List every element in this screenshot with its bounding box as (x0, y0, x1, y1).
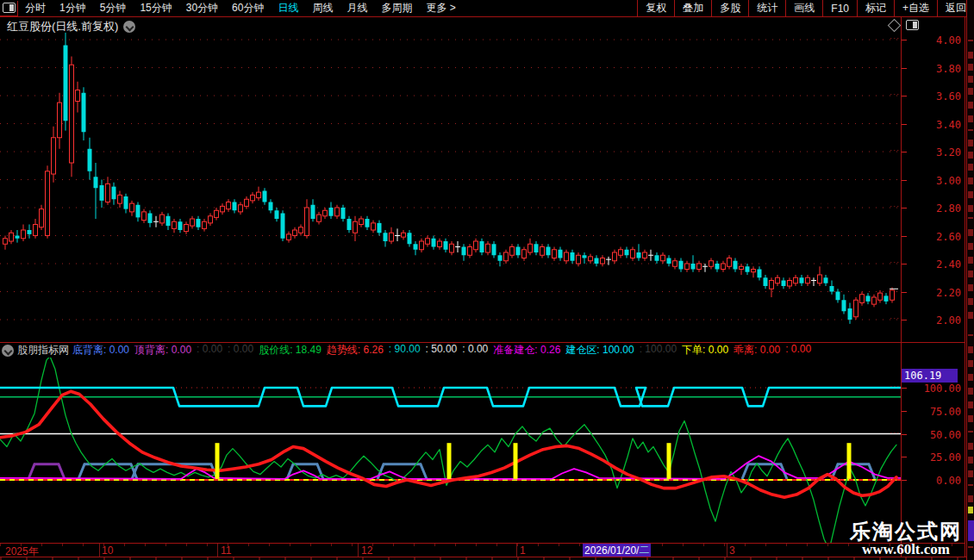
toolbar-button-标记[interactable]: 标记 (857, 0, 894, 16)
clipped-glyph (968, 177, 973, 184)
period-tab-5分钟[interactable]: 5分钟 (93, 1, 134, 16)
period-tab-分时[interactable]: 分时 (18, 1, 53, 16)
price-axis-label: 3.20 (936, 146, 961, 159)
indicator-axis-label: 25.00 (930, 451, 961, 464)
axis-tick (902, 208, 907, 208)
clipped-glyph (968, 443, 973, 450)
toolbar-button-统计[interactable]: 统计 (748, 0, 785, 16)
axis-dots: ··· (890, 146, 900, 154)
clipped-glyph (968, 346, 973, 353)
clipped-glyph (968, 152, 973, 159)
period-tabs: 分时1分钟5分钟15分钟30分钟60分钟日线周线月线多周期更多 > (18, 0, 463, 16)
indicator-field: : 0.00 (785, 344, 811, 357)
axis-tick (902, 152, 907, 152)
chart-title-row: 红豆股份(日线.前复权) (7, 19, 135, 34)
axis-dots: ··· (890, 34, 900, 42)
price-axis-label: 2.00 (936, 314, 961, 327)
period-tab-更多 >[interactable]: 更多 > (419, 1, 462, 16)
period-tab-15分钟[interactable]: 15分钟 (133, 1, 178, 16)
clipped-glyph (968, 312, 973, 319)
toolbar-button-+自选[interactable]: +自选 (894, 0, 937, 16)
indicator-field: 准备建仓: 0.26 (493, 344, 560, 357)
indicator-field: 乖离: 0.00 (734, 344, 780, 357)
indicator-collapse-icon[interactable] (2, 345, 14, 357)
toolbar-button-叠加[interactable]: 叠加 (674, 0, 711, 16)
clipped-glyph (968, 217, 973, 219)
layout-icon[interactable] (906, 20, 919, 30)
indicator-name: 股朋指标网 (17, 344, 69, 357)
axis-tick (902, 320, 907, 320)
time-axis-label: 12 (361, 544, 372, 557)
clipped-glyph (968, 164, 973, 171)
toolbar-button-多股[interactable]: 多股 (711, 0, 748, 16)
diamond-icon[interactable] (888, 18, 902, 32)
axis-dots: ··· (890, 202, 900, 210)
period-tab-多周期[interactable]: 多周期 (374, 1, 419, 16)
period-tab-月线[interactable]: 月线 (340, 1, 374, 16)
time-axis-label: 3 (729, 544, 735, 557)
price-axis-label: 2.20 (936, 287, 961, 299)
indicator-field: 股价线: 18.49 (259, 344, 322, 357)
indicator-header: 股朋指标网 底背离: 0.00顶背离: 0.00: 0.00: 0.00股价线:… (2, 344, 900, 357)
axis-tick (902, 96, 907, 96)
toolbar-button-画线[interactable]: 画线 (785, 0, 822, 16)
time-axis[interactable]: 2025年101112132026/01/20/二 (0, 544, 965, 557)
axis-dots: ··· (890, 258, 900, 266)
window-split-icon[interactable] (0, 1, 18, 16)
axis-tick (902, 264, 907, 264)
clipped-glyph (968, 360, 973, 367)
watermark: 乐淘公式网 www.60lt.com (850, 521, 962, 557)
clipped-glyph (968, 507, 973, 513)
month-divider (217, 544, 218, 557)
axis-right-border (965, 16, 965, 557)
indicator-chart[interactable] (0, 358, 901, 543)
axis-tick (902, 480, 907, 481)
clipped-glyph (968, 191, 973, 198)
toolbar-button-复权[interactable]: 复权 (637, 0, 674, 16)
price-axis: 4.00···3.803.60···3.403.20···3.002.80···… (902, 17, 965, 342)
period-tab-60分钟[interactable]: 60分钟 (225, 1, 271, 16)
indicator-axis-label: 100.00 (924, 383, 961, 395)
clipped-glyph (968, 64, 973, 71)
clipped-glyph (968, 76, 973, 83)
clipped-glyph (968, 88, 973, 95)
axis-tick (902, 180, 907, 181)
axis-tick (902, 292, 907, 293)
period-tab-1分钟[interactable]: 1分钟 (53, 1, 93, 16)
price-axis-label: 3.00 (936, 175, 961, 187)
indicator-axis: 100.00···75.0050.00···25.000.00··· (902, 358, 965, 543)
price-axis-label: 2.80 (936, 202, 961, 215)
axis-dots: ··· (890, 90, 900, 98)
clipped-glyph (968, 129, 973, 131)
price-axis-label: 3.40 (936, 119, 961, 131)
indicator-field: : 50.00 (426, 344, 458, 357)
clipped-glyph (968, 229, 973, 236)
period-tab-日线[interactable]: 日线 (271, 1, 305, 16)
axis-tick (902, 388, 907, 389)
clipped-glyph (968, 470, 973, 477)
indicator-axis-label: 50.00 (930, 429, 961, 441)
candlestick-chart[interactable] (0, 17, 901, 342)
top-toolbar: 分时1分钟5分钟15分钟30分钟60分钟日线周线月线多周期更多 > 复权叠加多股… (0, 0, 974, 17)
period-tab-周线[interactable]: 周线 (305, 1, 340, 16)
split-rect-icon (3, 3, 16, 13)
clipped-glyph (968, 243, 973, 250)
price-axis-label: 3.60 (936, 90, 961, 103)
clipped-glyph (968, 140, 973, 146)
time-axis-label: 1 (520, 544, 526, 557)
clipped-glyph (968, 257, 973, 264)
clipped-glyph (968, 457, 973, 464)
toolbar-button-F10[interactable]: F10 (822, 0, 857, 16)
clipped-glyph (968, 374, 973, 381)
time-axis-label: 10 (102, 544, 113, 557)
clipped-glyph (968, 271, 973, 277)
symbol-title: 红豆股份(日线.前复权) (7, 19, 118, 34)
indicator-field: : 90.00 (389, 344, 421, 357)
chevron-down-icon[interactable] (123, 21, 135, 33)
clipped-glyph (968, 401, 973, 408)
clipped-glyph (968, 284, 973, 291)
indicator-field: : 0.00 (462, 344, 488, 357)
clipped-glyph (968, 115, 973, 122)
period-tab-30分钟[interactable]: 30分钟 (179, 1, 225, 16)
crosshair-date-badge: 2026/01/20/二 (583, 544, 651, 557)
